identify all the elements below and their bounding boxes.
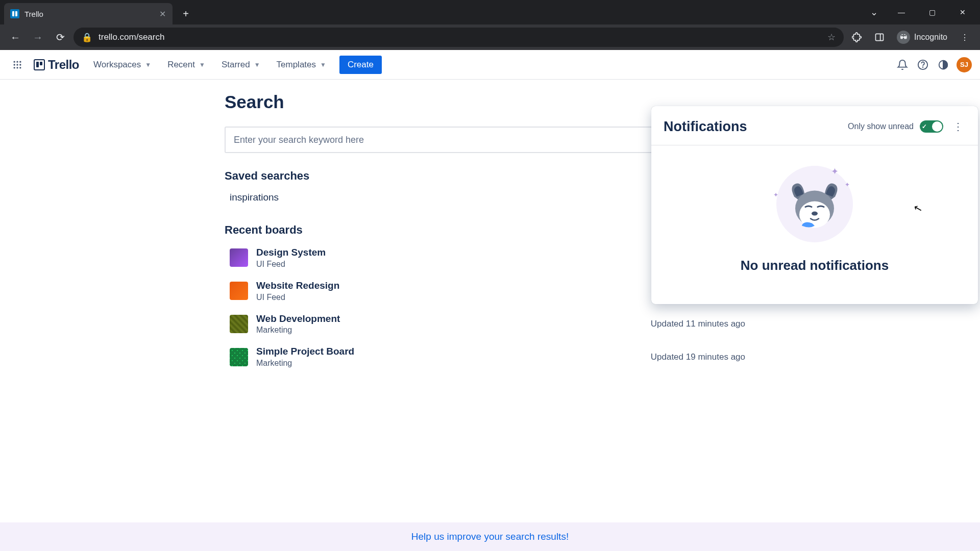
chevron-down-icon: ▼: [145, 61, 151, 68]
board-name: Design System: [256, 247, 655, 259]
svg-point-12: [923, 67, 923, 67]
svg-point-9: [16, 67, 18, 68]
window-maximize-icon[interactable]: ▢: [917, 0, 947, 24]
board-thumbnail: [230, 248, 248, 267]
tab-close-icon[interactable]: ✕: [158, 10, 166, 18]
notifications-icon[interactable]: [893, 56, 912, 74]
incognito-icon: 🕶: [897, 31, 910, 44]
svg-point-5: [14, 64, 15, 65]
browser-titlebar: Trello ✕ + ⌄ — ▢ ✕: [0, 0, 980, 24]
page-content: Search Saved searches inspirations Recen…: [0, 80, 980, 551]
svg-point-7: [19, 64, 21, 65]
notifications-title: Notifications: [664, 119, 848, 135]
nav-reload-icon[interactable]: ⟳: [51, 28, 69, 46]
theme-toggle-icon[interactable]: [934, 56, 952, 74]
tab-title: Trello: [24, 10, 153, 18]
incognito-label: Incognito: [914, 33, 947, 42]
incognito-badge[interactable]: 🕶 Incognito: [893, 31, 951, 44]
nav-back-icon[interactable]: ←: [6, 28, 24, 46]
new-tab-button[interactable]: +: [177, 5, 195, 23]
board-name: Website Redesign: [256, 280, 655, 292]
chevron-down-icon: ▼: [254, 61, 260, 68]
svg-point-6: [16, 64, 18, 65]
extensions-icon[interactable]: [848, 28, 866, 46]
trello-logo-icon: [34, 59, 45, 70]
notifications-menu-icon[interactable]: ⋮: [949, 118, 966, 135]
app-switcher-icon[interactable]: [8, 56, 27, 74]
user-avatar[interactable]: SJ: [957, 57, 972, 72]
notifications-empty-text: No unread notifications: [664, 258, 966, 273]
chevron-down-icon: ▼: [199, 61, 205, 68]
browser-menu-icon[interactable]: ⋮: [955, 28, 974, 46]
tab-search-icon[interactable]: ⌄: [862, 0, 886, 24]
bookmark-star-icon[interactable]: ☆: [827, 32, 836, 43]
svg-point-10: [19, 67, 21, 68]
board-name: Web Development: [256, 313, 651, 325]
chevron-down-icon: ▼: [320, 61, 326, 68]
board-name: Simple Project Board: [256, 346, 651, 358]
board-thumbnail: [230, 282, 248, 300]
board-row[interactable]: Simple Project Board Marketing Updated 1…: [225, 341, 750, 373]
board-updated: Updated 11 minutes ago: [651, 319, 745, 329]
window-close-icon[interactable]: ✕: [947, 0, 978, 24]
browser-tab[interactable]: Trello ✕: [4, 3, 173, 24]
lock-icon: 🔒: [82, 32, 92, 43]
svg-point-16: [812, 212, 818, 216]
omnibox-url: trello.com/search: [99, 32, 821, 42]
board-workspace: Marketing: [256, 325, 651, 335]
board-updated: Updated 19 minutes ago: [651, 352, 745, 362]
window-minimize-icon[interactable]: —: [886, 0, 917, 24]
nav-workspaces[interactable]: Workspaces ▼: [86, 56, 158, 74]
board-row[interactable]: Web Development Marketing Updated 11 min…: [225, 308, 750, 340]
create-button[interactable]: Create: [339, 56, 382, 74]
help-banner: Help us improve your search results!: [0, 522, 980, 551]
notifications-filter-label: Only show unread: [848, 122, 914, 131]
trello-header: Trello Workspaces ▼ Recent ▼ Starred ▼ T…: [0, 50, 980, 80]
taco-dog-icon: [784, 179, 845, 235]
nav-templates[interactable]: Templates ▼: [270, 56, 333, 74]
sidepanel-icon[interactable]: [870, 28, 889, 46]
nav-forward-icon[interactable]: →: [29, 28, 47, 46]
empty-state-illustration: ✦ ✦ ✦: [776, 166, 853, 242]
board-workspace: UI Feed: [256, 260, 655, 269]
svg-point-4: [19, 61, 21, 62]
board-thumbnail: [230, 348, 248, 366]
svg-point-3: [16, 61, 18, 62]
tab-favicon: [10, 9, 19, 18]
nav-starred[interactable]: Starred ▼: [214, 56, 267, 74]
board-thumbnail: [230, 315, 248, 333]
svg-point-8: [14, 67, 15, 68]
board-workspace: UI Feed: [256, 293, 655, 302]
svg-rect-0: [876, 34, 884, 40]
notifications-popover: Notifications Only show unread ⋮ ✦ ✦ ✦: [651, 106, 978, 304]
svg-point-2: [14, 61, 15, 62]
omnibox[interactable]: 🔒 trello.com/search ☆: [74, 28, 844, 47]
browser-address-bar: ← → ⟳ 🔒 trello.com/search ☆ 🕶 Incognito …: [0, 24, 980, 50]
board-workspace: Marketing: [256, 359, 651, 368]
trello-logo-text: Trello: [48, 58, 79, 72]
help-icon[interactable]: [914, 56, 932, 74]
help-improve-link[interactable]: Help us improve your search results!: [411, 531, 569, 542]
nav-recent[interactable]: Recent ▼: [160, 56, 212, 74]
unread-filter-toggle[interactable]: [920, 120, 943, 133]
trello-logo[interactable]: Trello: [29, 56, 84, 74]
